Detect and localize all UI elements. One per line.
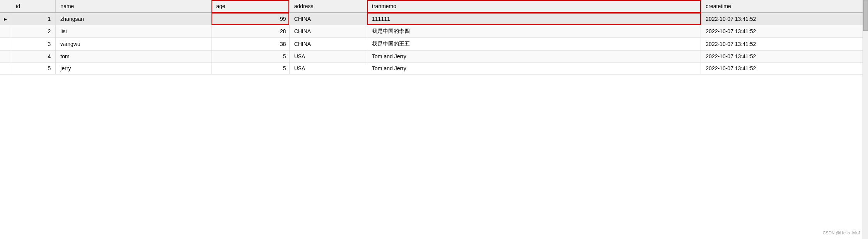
cell-age: 28 xyxy=(211,25,289,38)
row-indicator xyxy=(0,38,11,51)
header-tranmemo[interactable]: tranmemo xyxy=(367,0,701,13)
row-indicator xyxy=(0,51,11,63)
cell-name: zhangsan xyxy=(56,13,211,25)
cell-id: 3 xyxy=(11,38,56,51)
header-address[interactable]: address xyxy=(289,0,367,13)
cell-id: 4 xyxy=(11,51,56,63)
cell-address: USA xyxy=(289,51,367,63)
cell-address: USA xyxy=(289,63,367,75)
table-row[interactable]: 3wangwu38CHINA我是中国的王五2022-10-07 13:41:52 xyxy=(0,38,868,51)
cell-age: 99 xyxy=(211,13,289,25)
table-header-row: id name age address tranmemo createtime xyxy=(0,0,868,13)
cell-id: 2 xyxy=(11,25,56,38)
cell-tranmemo: 我是中国的李四 xyxy=(367,25,701,38)
cell-createtime: 2022-10-07 13:41:52 xyxy=(701,51,868,63)
cell-name: wangwu xyxy=(56,38,211,51)
table-row[interactable]: ▶1zhangsan99CHINA1111112022-10-07 13:41:… xyxy=(0,13,868,25)
cell-createtime: 2022-10-07 13:41:52 xyxy=(701,38,868,51)
header-createtime[interactable]: createtime xyxy=(701,0,868,13)
cell-age: 38 xyxy=(211,38,289,51)
cell-tranmemo: Tom and Jerry xyxy=(367,51,701,63)
cell-name: lisi xyxy=(56,25,211,38)
row-indicator xyxy=(0,25,11,38)
cell-address: CHINA xyxy=(289,25,367,38)
row-indicator xyxy=(0,63,11,75)
scrollbar-thumb[interactable] xyxy=(863,0,868,31)
table-container: id name age address tranmemo createtime xyxy=(0,0,868,239)
cell-tranmemo: 我是中国的王五 xyxy=(367,38,701,51)
cell-address: CHINA xyxy=(289,38,367,51)
cell-createtime: 2022-10-07 13:41:52 xyxy=(701,63,868,75)
cell-age: 5 xyxy=(211,51,289,63)
table-row[interactable]: 5jerry5USATom and Jerry2022-10-07 13:41:… xyxy=(0,63,868,75)
cell-id: 5 xyxy=(11,63,56,75)
cell-tranmemo: Tom and Jerry xyxy=(367,63,701,75)
data-table: id name age address tranmemo createtime xyxy=(0,0,868,75)
scrollbar[interactable] xyxy=(863,0,868,239)
cell-name: tom xyxy=(56,51,211,63)
cell-createtime: 2022-10-07 13:41:52 xyxy=(701,13,868,25)
cell-tranmemo: 111111 xyxy=(367,13,701,25)
header-id[interactable]: id xyxy=(11,0,56,13)
cell-id: 1 xyxy=(11,13,56,25)
cell-name: jerry xyxy=(56,63,211,75)
table-row[interactable]: 4tom5USATom and Jerry2022-10-07 13:41:52 xyxy=(0,51,868,63)
header-name[interactable]: name xyxy=(56,0,211,13)
cell-age: 5 xyxy=(211,63,289,75)
table-row[interactable]: 2lisi28CHINA我是中国的李四2022-10-07 13:41:52 xyxy=(0,25,868,38)
header-age[interactable]: age xyxy=(211,0,289,13)
watermark: CSDN @Hello_Mr.J xyxy=(823,231,860,235)
cell-createtime: 2022-10-07 13:41:52 xyxy=(701,25,868,38)
row-indicator: ▶ xyxy=(0,13,11,25)
cell-address: CHINA xyxy=(289,13,367,25)
header-indicator xyxy=(0,0,11,13)
